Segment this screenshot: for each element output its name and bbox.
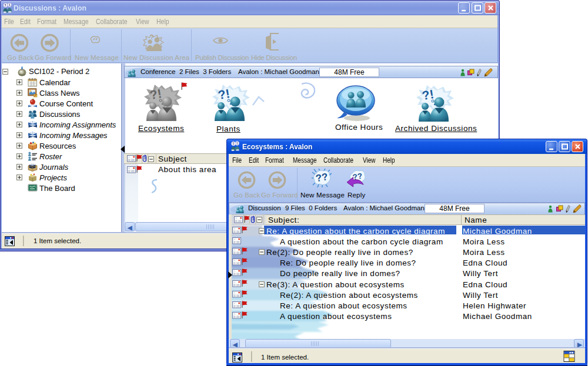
svg-text:?: ? [150, 33, 154, 41]
